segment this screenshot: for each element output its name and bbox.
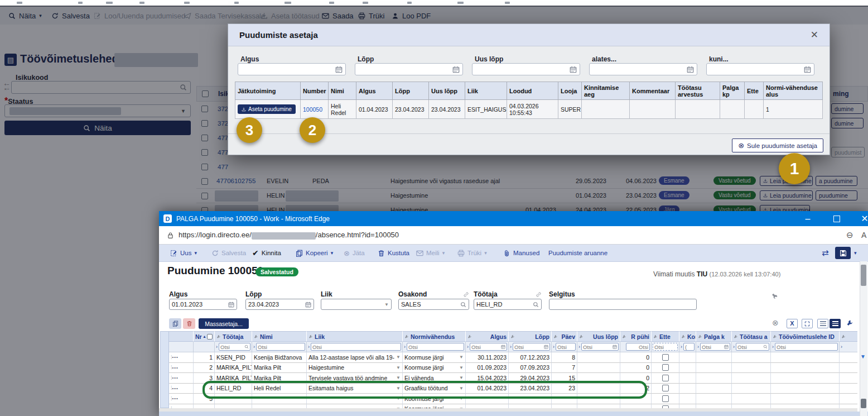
puudumiste-aruanne-link[interactable]: Puudumiste aruanne	[548, 245, 607, 261]
copy-icon	[172, 321, 179, 327]
kopeeri-button[interactable]: Kopeeri▾	[296, 245, 333, 261]
filter-palga-kp-input[interactable]	[702, 344, 724, 350]
aseta-puudumine-button[interactable]: Aseta puudumine	[238, 104, 296, 114]
maximize-button[interactable]	[828, 211, 845, 226]
ette-checkbox[interactable]	[662, 375, 669, 381]
wrench-icon[interactable]	[771, 293, 778, 300]
row-density-button[interactable]	[817, 319, 828, 328]
ette-checkbox[interactable]	[662, 354, 669, 361]
sule-puudumiste-asetaja-button[interactable]: ⊗ Sule puudumiste asetaja	[732, 138, 823, 152]
header-checkbox[interactable]	[207, 334, 213, 340]
wrench-icon[interactable]	[846, 319, 853, 327]
col-nr[interactable]: Nr▴	[194, 331, 215, 342]
col-uus-lopp[interactable]: Uus lõpp	[577, 331, 620, 342]
grid-row-5[interactable]: ⁞••• 5 ▼ Koormuse järgi▼	[169, 394, 857, 404]
massasetaja-button[interactable]: Massasetaja...	[199, 318, 249, 329]
minimize-button[interactable]: –	[799, 211, 816, 226]
filter-lopp-input[interactable]	[355, 63, 463, 75]
address-bar[interactable]: https://login.directo.ee//absence.html?i…	[159, 226, 868, 245]
edge-title-bar[interactable]: D PALGA Puudumine 100050 - Work - Micros…	[159, 211, 868, 226]
chevron-down-icon[interactable]: ▾	[854, 245, 857, 261]
filter-expand-icon[interactable]: ›	[216, 345, 218, 350]
copy-icon	[296, 250, 303, 257]
trash-icon	[378, 250, 385, 257]
wrench-icon	[308, 334, 313, 339]
filter-uus-lopp-label: Uus lõpp	[475, 55, 503, 63]
col-normivahendus[interactable]: Normivähendus	[403, 331, 466, 342]
filter-nimi-input[interactable]	[258, 344, 303, 350]
copy-rows-button[interactable]	[169, 318, 181, 329]
filter-uus-lopp-input[interactable]	[472, 63, 580, 75]
swap-arrows-icon[interactable]: ⇄	[822, 245, 829, 261]
filter-lopp-input[interactable]	[514, 344, 544, 350]
col-lopp[interactable]: Lõpp	[509, 331, 552, 342]
filter-kuni-input[interactable]	[706, 63, 814, 75]
filter-tvl-id-input[interactable]	[777, 344, 836, 350]
manused-button[interactable]: Manused	[503, 245, 539, 261]
selgitus-input[interactable]	[549, 299, 697, 310]
close-icon[interactable]: ✕	[811, 29, 818, 41]
col-ette[interactable]: Ette	[652, 331, 679, 342]
filter-tootasu-input[interactable]	[737, 344, 763, 350]
algus-input[interactable]: 01.01.2023	[169, 299, 237, 310]
wrench-icon	[841, 334, 846, 339]
link-icon[interactable]	[536, 291, 542, 298]
row-menu[interactable]: •••	[172, 355, 179, 360]
zoom-out-icon[interactable]: ⊖	[846, 230, 853, 240]
filter-ette-input[interactable]	[654, 344, 676, 350]
lopp-input[interactable]: 23.04.2023	[245, 299, 314, 310]
wrench-icon	[579, 334, 584, 339]
ette-checkbox[interactable]	[662, 385, 669, 391]
filter-uus-lopp-input[interactable]	[583, 344, 613, 350]
download-tray-icon	[242, 107, 246, 112]
col-nimi[interactable]: Nimi	[252, 331, 307, 342]
col-tootasu-a[interactable]: Töötasu a	[732, 331, 771, 342]
grid-row-1[interactable]: ⁞••• 1 KSEN_PID Ksenija Bidžanova Alla 1…	[169, 352, 857, 363]
expand-button[interactable]	[802, 319, 813, 328]
layout-button[interactable]	[835, 247, 851, 259]
row-density-active-button[interactable]	[830, 319, 841, 328]
filter-algus-input[interactable]	[238, 63, 346, 75]
filter-alates-label: alates...	[592, 55, 616, 63]
col-paev[interactable]: Päev	[552, 331, 577, 342]
delete-rows-button[interactable]	[183, 318, 195, 329]
kustuta-button[interactable]: Kustuta	[378, 245, 409, 261]
grid-row-2[interactable]: ⁞••• 2 MARIKA_PILT Marika Pilt Haigestum…	[169, 363, 857, 374]
uus-button[interactable]: Uus▾	[170, 245, 197, 261]
ette-checkbox[interactable]	[662, 364, 669, 371]
grid-row-3[interactable]: ⁞••• 3 MARIKA_PILT Marika Pilt Tervisele…	[169, 373, 857, 384]
chevron-down-icon: ▾	[331, 251, 334, 256]
filter-r-puhi-input[interactable]	[628, 344, 648, 350]
col-palga-kp[interactable]: Palga k	[696, 331, 732, 342]
tootaja-input[interactable]: HELI_RD	[474, 299, 542, 310]
filter-alates-input[interactable]	[589, 63, 697, 75]
liik-select[interactable]: ▼	[321, 299, 392, 310]
col-toovoimetuslehe-id[interactable]: Töövõimetuslehe ID	[771, 331, 840, 342]
grid-row-4-highlighted[interactable]: ⁞••• 4 HELI_RD Heli Redel Esitamata haig…	[169, 384, 857, 394]
col-kor[interactable]: Kor	[679, 331, 696, 342]
col-tootaja[interactable]: Töötaja	[215, 331, 252, 342]
osakond-input[interactable]: SALES	[398, 299, 469, 310]
filter-liik-input[interactable]	[312, 344, 399, 350]
filter-normivahendus-input[interactable]	[408, 344, 462, 350]
col-liik[interactable]: Liik	[307, 331, 403, 342]
kinnita-button[interactable]: ✔ Kinnita	[252, 245, 281, 261]
filter-algus-input[interactable]	[471, 344, 501, 350]
filter-tootaja-input[interactable]	[220, 344, 244, 350]
scrollbar-down-arrow[interactable]	[861, 399, 866, 408]
number-link[interactable]: 100050	[303, 106, 322, 113]
excel-export-button[interactable]: X	[787, 319, 798, 328]
filter-paev-input[interactable]	[557, 344, 574, 350]
scrollbar-thumb[interactable]	[861, 265, 866, 286]
link-icon[interactable]	[463, 291, 469, 298]
wrench-icon	[653, 334, 658, 339]
close-button[interactable]: ✕	[856, 211, 868, 226]
read-aloud-icon[interactable]: A	[861, 231, 866, 240]
circle-x-icon[interactable]: ⊗	[772, 318, 779, 327]
filter-kor-input[interactable]	[685, 344, 693, 350]
selgitus-label: Selgitus	[549, 290, 575, 298]
ette-checkbox[interactable]	[662, 395, 669, 402]
col-algus[interactable]: Algus	[466, 331, 509, 342]
col-r-puhi[interactable]: R pühi	[620, 331, 652, 342]
grid-scroll-down-icon[interactable]: ▼	[860, 353, 866, 360]
